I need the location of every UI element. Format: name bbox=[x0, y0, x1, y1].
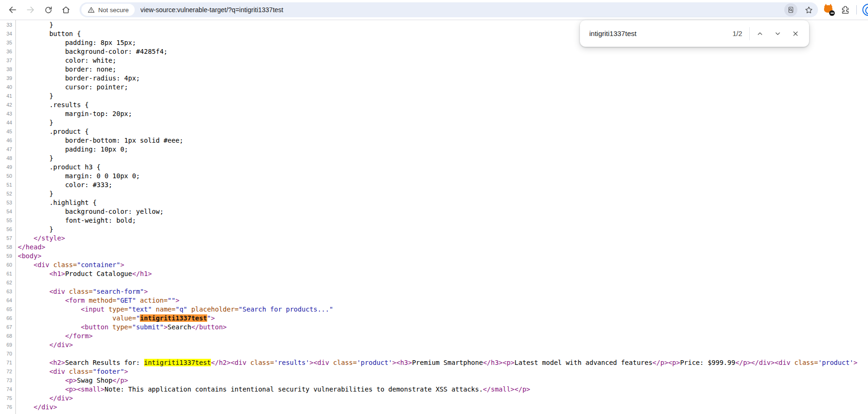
source-line: 57 </style> bbox=[0, 234, 868, 243]
line-number: 42 bbox=[0, 101, 15, 109]
line-content: <h1>Product Catalogue</h1> bbox=[15, 269, 152, 278]
line-number: 76 bbox=[0, 403, 15, 412]
line-number: 55 bbox=[0, 216, 15, 225]
back-button[interactable] bbox=[4, 1, 22, 18]
line-content: border: none; bbox=[15, 65, 116, 74]
source-line: 72 <div class="footer"> bbox=[0, 367, 868, 376]
line-number: 59 bbox=[0, 252, 15, 261]
line-number: 40 bbox=[0, 83, 15, 92]
source-line: 74 <p><small>Note: This application cont… bbox=[0, 385, 868, 394]
source-line: 64 <form method="GET" action=""> bbox=[0, 296, 868, 305]
line-number: 75 bbox=[0, 394, 15, 403]
close-icon bbox=[792, 30, 799, 37]
line-content: margin-top: 20px; bbox=[15, 109, 132, 118]
line-content: } bbox=[15, 225, 53, 234]
line-number: 56 bbox=[0, 225, 15, 234]
source-line: 62 bbox=[0, 278, 868, 287]
source-line: 48 } bbox=[0, 154, 868, 163]
browser-toolbar: Not secure view-source:vulnerable-target… bbox=[0, 0, 868, 20]
source-line: 53 .highlight { bbox=[0, 198, 868, 207]
source-line: 44 } bbox=[0, 118, 868, 127]
line-content: </head> bbox=[15, 243, 45, 252]
find-in-page-session-button[interactable] bbox=[784, 3, 797, 16]
line-content: } bbox=[15, 154, 53, 163]
source-line: 59<body> bbox=[0, 252, 868, 261]
find-next-button[interactable] bbox=[769, 25, 787, 43]
source-line: 45 .product { bbox=[0, 127, 868, 136]
line-content bbox=[15, 278, 18, 287]
line-content: </div> bbox=[15, 403, 57, 412]
line-number: 46 bbox=[0, 136, 15, 145]
line-content: } bbox=[15, 189, 53, 198]
security-chip[interactable]: Not secure bbox=[81, 4, 135, 16]
line-content: <button type="submit">Search</button> bbox=[15, 323, 227, 332]
document-magnifier-icon bbox=[787, 6, 795, 14]
line-number: 41 bbox=[0, 92, 15, 101]
source-line: 67 <button type="submit">Search</button> bbox=[0, 323, 868, 332]
line-content bbox=[15, 349, 18, 358]
source-line: 55 font-weight: bold; bbox=[0, 216, 868, 225]
source-line: 63 <div class="search-form"> bbox=[0, 287, 868, 296]
line-content: background-color: #4285f4; bbox=[15, 47, 167, 56]
extensions-button[interactable] bbox=[839, 4, 851, 15]
find-query-input[interactable]: intigriti1337test bbox=[589, 29, 732, 37]
url-bar[interactable]: Not secure view-source:vulnerable-target… bbox=[80, 2, 818, 17]
source-line: 51 color: #333; bbox=[0, 181, 868, 189]
line-number: 73 bbox=[0, 376, 15, 385]
line-number: 63 bbox=[0, 287, 15, 296]
reload-button[interactable] bbox=[39, 1, 57, 18]
line-number: 70 bbox=[0, 349, 15, 358]
line-content: </div> bbox=[15, 394, 73, 403]
line-content: value="intigriti1337test"> bbox=[15, 314, 215, 323]
profile-avatar[interactable] bbox=[862, 4, 868, 16]
source-line: 61 <h1>Product Catalogue</h1> bbox=[0, 269, 868, 278]
line-content: </style> bbox=[15, 234, 65, 243]
source-line: 40 cursor: pointer; bbox=[0, 83, 868, 92]
url-text: view-source:vulnerable-target/?q=intigri… bbox=[140, 6, 784, 14]
line-number: 60 bbox=[0, 261, 15, 269]
source-line: 42 .results { bbox=[0, 101, 868, 109]
line-content: background-color: yellow; bbox=[15, 207, 164, 216]
line-number: 34 bbox=[0, 29, 15, 38]
source-line: 73 <p>Swag Shop</p> bbox=[0, 376, 868, 385]
line-number: 67 bbox=[0, 323, 15, 332]
line-content: margin: 0 0 10px 0; bbox=[15, 172, 140, 181]
chevron-up-icon bbox=[756, 30, 764, 37]
find-match-inactive: intigriti1337test bbox=[144, 359, 211, 366]
puzzle-icon bbox=[840, 5, 850, 15]
line-number: 38 bbox=[0, 65, 15, 74]
source-line: 58</head> bbox=[0, 243, 868, 252]
line-number: 53 bbox=[0, 198, 15, 207]
source-line: 38 border: none; bbox=[0, 65, 868, 74]
line-number: 64 bbox=[0, 296, 15, 305]
line-number: 33 bbox=[0, 21, 15, 29]
adblocker-extension-button[interactable] bbox=[824, 5, 834, 15]
source-line: 47 padding: 10px 0; bbox=[0, 145, 868, 154]
find-bar-divider bbox=[749, 27, 750, 40]
find-in-page-bar: intigriti1337test 1/2 bbox=[580, 20, 809, 47]
source-code: 33 }34 button {35 padding: 8px 15px;36 b… bbox=[0, 20, 868, 414]
find-close-button[interactable] bbox=[787, 25, 804, 43]
star-icon bbox=[804, 6, 813, 15]
line-content: <p>Swag Shop</p> bbox=[15, 376, 128, 385]
line-number: 65 bbox=[0, 305, 15, 314]
bookmark-button[interactable] bbox=[803, 4, 814, 15]
line-content: .product h3 { bbox=[15, 163, 101, 172]
home-button[interactable] bbox=[57, 1, 75, 18]
warning-triangle-icon bbox=[87, 6, 95, 14]
line-content: .highlight { bbox=[15, 198, 97, 207]
line-content: .product { bbox=[15, 127, 89, 136]
line-number: 50 bbox=[0, 172, 15, 181]
blocked-badge-icon bbox=[829, 10, 835, 16]
line-content: border-radius: 4px; bbox=[15, 74, 140, 83]
find-previous-button[interactable] bbox=[751, 25, 769, 43]
line-number: 71 bbox=[0, 358, 15, 367]
line-number: 48 bbox=[0, 154, 15, 163]
line-number: 36 bbox=[0, 47, 15, 56]
find-match-active: intigriti1337test bbox=[140, 314, 207, 322]
line-number: 45 bbox=[0, 127, 15, 136]
line-number: 66 bbox=[0, 314, 15, 323]
source-line: 36 background-color: #4285f4; bbox=[0, 47, 868, 56]
line-number: 47 bbox=[0, 145, 15, 154]
line-content: <div class="container"> bbox=[15, 261, 124, 269]
